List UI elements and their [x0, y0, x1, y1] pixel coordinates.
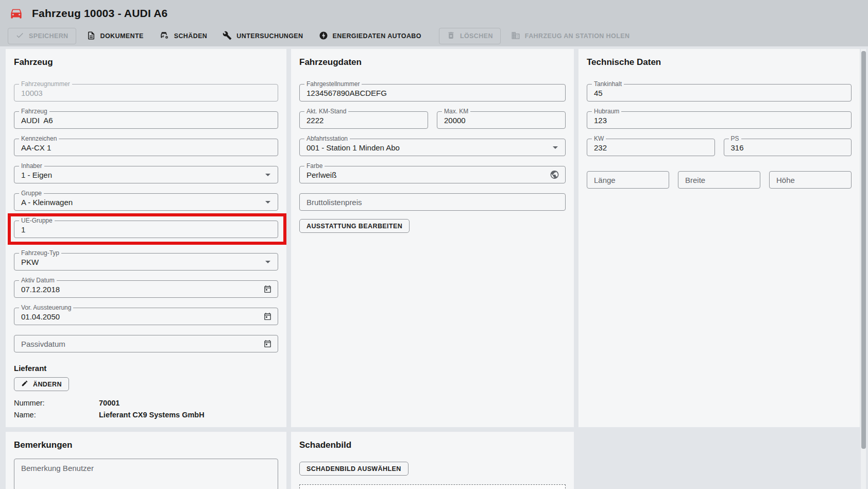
field-hubraum[interactable]: Hubraum 123	[587, 111, 852, 129]
field-ps[interactable]: PS 316	[724, 139, 852, 156]
field-value: 1234567890ABCDEFG	[307, 89, 387, 97]
field-placeholder: Breite	[685, 176, 705, 184]
calendar-icon[interactable]	[263, 340, 272, 348]
field-label: UE-Gruppe	[19, 217, 55, 224]
field-placeholder: Passivdatum	[21, 340, 65, 348]
field-value: A - Kleinwagen	[21, 198, 73, 207]
field-breite[interactable]: Breite	[678, 171, 760, 189]
date-field-aktiv-datum[interactable]: Aktiv Datum 07.12.2018	[14, 280, 278, 298]
panel-schadenbild: Schadenbild SCHADENBILD AUSWÄHLEN	[291, 432, 574, 489]
fetch-vehicle-to-station-button-label: FAHRZEUG AN STATION HOLEN	[525, 32, 630, 40]
panel-schadenbild-title: Schadenbild	[299, 440, 566, 450]
select-abfahrtsstation[interactable]: Abfahrtsstation 001 - Station 1 Minden A…	[299, 139, 566, 156]
supplier-name-label: Name:	[14, 410, 99, 419]
field-label: Max. KM	[442, 108, 470, 115]
field-placeholder: Bruttolistenpreis	[307, 198, 362, 207]
field-label: Aktiv Datum	[19, 277, 57, 284]
field-value: 232	[594, 143, 607, 152]
field-label: Fahrzeug	[19, 108, 49, 115]
delete-button[interactable]: LÖSCHEN	[439, 28, 501, 44]
save-button[interactable]: SPEICHERN	[8, 28, 76, 44]
field-value: 2222	[307, 116, 324, 125]
panel-bemerkungen-title: Bemerkungen	[14, 440, 278, 450]
documents-button[interactable]: DOKUMENTE	[81, 28, 149, 44]
vertical-scrollbar-thumb[interactable]	[861, 51, 866, 449]
save-button-label: SPEICHERN	[29, 32, 69, 40]
field-bruttolistenpreis[interactable]: Bruttolistenpreis	[299, 193, 566, 211]
chevron-down-icon[interactable]	[553, 146, 558, 149]
field-hoehe[interactable]: Höhe	[769, 171, 852, 189]
field-label: Kennzeichen	[19, 136, 59, 142]
chevron-down-icon[interactable]	[265, 174, 270, 176]
supplier-number-label: Nummer:	[14, 398, 99, 408]
field-label: KW	[592, 136, 606, 142]
car-icon	[9, 6, 23, 20]
ue-gruppe-highlight-wrap: UE-Gruppe 1	[14, 221, 278, 238]
date-field-vor-aussteuerung[interactable]: Vor. Aussteuerung 01.04.2050	[14, 308, 278, 325]
page-title: Fahrzeug 10003 - AUDI A6	[32, 7, 168, 20]
select-inhaber[interactable]: Inhaber 1 - Eigen	[14, 166, 278, 183]
wrench-icon	[223, 31, 232, 42]
field-label: PS	[729, 136, 741, 142]
select-damage-image-button-label: SCHADENBILD AUSWÄHLEN	[307, 465, 401, 473]
globe-icon[interactable]	[550, 170, 559, 180]
edit-equipment-button[interactable]: AUSSTATTUNG BEARBEITEN	[299, 219, 410, 233]
field-value: AA-CX 1	[21, 143, 51, 152]
supplier-name-row: Name: Lieferant CX9 Systems GmbH	[14, 410, 278, 419]
field-label: Inhaber	[19, 163, 44, 170]
damage-image-dropzone[interactable]	[299, 484, 566, 489]
damages-button[interactable]: SCHÄDEN	[154, 28, 213, 44]
field-label: Abfahrtsstation	[304, 136, 350, 142]
panel-bemerkungen: Bemerkungen Bemerkung Benutzer	[6, 432, 286, 489]
field-label: Vor. Aussteuerung	[19, 305, 73, 311]
energy-data-button[interactable]: ENERGIEDATEN AUTOABO	[314, 28, 427, 44]
document-icon	[87, 31, 96, 42]
field-label: Fahrzeug-Typ	[19, 250, 61, 257]
top-bar: Fahrzeug 10003 - AUDI A6 SPEICHERN DOKUM…	[0, 0, 868, 46]
field-fahrzeugnummer: Fahrzeugnummer 10003	[14, 84, 278, 102]
supplier-number-value: 70001	[99, 398, 120, 408]
inspections-button-label: UNTERSUCHUNGEN	[236, 32, 303, 40]
fetch-vehicle-to-station-button[interactable]: FAHRZEUG AN STATION HOLEN	[506, 28, 635, 44]
field-placeholder: Bemerkung Benutzer	[21, 464, 94, 473]
car-gear-icon	[159, 31, 169, 42]
field-label: Fahrgestellnummer	[304, 81, 362, 88]
field-fahrgestellnummer[interactable]: Fahrgestellnummer 1234567890ABCDEFG	[299, 84, 566, 102]
field-value: 07.12.2018	[21, 285, 60, 294]
field-laenge[interactable]: Länge	[587, 171, 669, 189]
toolbar: SPEICHERN DOKUMENTE SCHÄDEN UNTERSUCHUNG…	[8, 28, 635, 44]
change-supplier-button-label: ÄNDERN	[33, 381, 62, 388]
documents-button-label: DOKUMENTE	[100, 32, 144, 40]
select-gruppe[interactable]: Gruppe A - Kleinwagen	[14, 193, 278, 211]
field-label: Gruppe	[19, 190, 44, 197]
field-ue-gruppe[interactable]: UE-Gruppe 1	[14, 221, 278, 238]
field-kennzeichen[interactable]: Kennzeichen AA-CX 1	[14, 139, 278, 156]
field-placeholder: Länge	[594, 176, 616, 184]
energy-data-button-label: ENERGIEDATEN AUTOABO	[333, 32, 421, 40]
field-max-km[interactable]: Max. KM 20000	[437, 111, 566, 129]
select-fahrzeug-typ[interactable]: Fahrzeug-Typ PKW	[14, 253, 278, 271]
field-farbe[interactable]: Farbe Perlweiß	[299, 166, 566, 183]
panel-technische-daten-title: Technische Daten	[587, 57, 852, 68]
field-kw[interactable]: KW 232	[587, 139, 715, 156]
date-field-passivdatum[interactable]: Passivdatum	[14, 335, 278, 352]
inspections-button[interactable]: UNTERSUCHUNGEN	[217, 28, 308, 44]
field-akt-km-stand[interactable]: Akt. KM-Stand 2222	[299, 111, 428, 129]
calendar-icon[interactable]	[263, 312, 272, 321]
calendar-icon[interactable]	[263, 285, 272, 294]
field-value: 10003	[21, 89, 43, 97]
change-supplier-button[interactable]: ÄNDERN	[14, 377, 69, 391]
field-value: 20000	[444, 116, 466, 125]
field-value: Perlweiß	[307, 171, 336, 179]
textarea-bemerkung-benutzer[interactable]: Bemerkung Benutzer	[14, 459, 278, 489]
field-value: 01.04.2050	[21, 312, 60, 321]
select-damage-image-button[interactable]: SCHADENBILD AUSWÄHLEN	[299, 462, 409, 476]
field-tankinhalt[interactable]: Tankinhalt 45	[587, 84, 852, 102]
pencil-icon	[21, 380, 28, 389]
chevron-down-icon[interactable]	[265, 261, 270, 263]
field-fahrzeug[interactable]: Fahrzeug AUDI A6	[14, 111, 278, 129]
field-label: Tankinhalt	[592, 81, 624, 88]
field-value: 316	[731, 143, 744, 152]
delete-button-label: LÖSCHEN	[460, 32, 493, 40]
chevron-down-icon[interactable]	[265, 201, 270, 204]
